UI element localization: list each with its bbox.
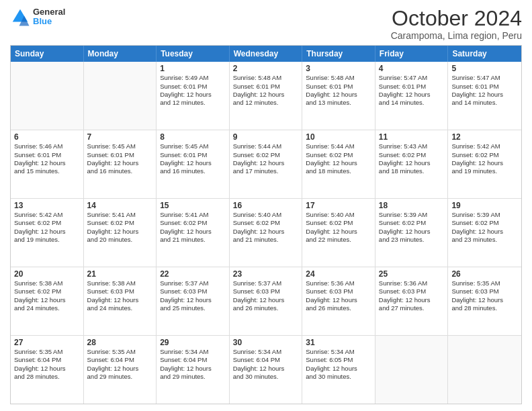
calendar-cell: 27Sunrise: 5:35 AM Sunset: 6:04 PM Dayli…	[11, 336, 84, 404]
calendar: SundayMondayTuesdayWednesdayThursdayFrid…	[10, 45, 522, 404]
calendar-cell: 16Sunrise: 5:40 AM Sunset: 6:02 PM Dayli…	[230, 199, 303, 267]
calendar-cell: 6Sunrise: 5:46 AM Sunset: 6:01 PM Daylig…	[11, 130, 84, 198]
calendar-cell: 5Sunrise: 5:47 AM Sunset: 6:01 PM Daylig…	[448, 62, 521, 130]
calendar-cell: 30Sunrise: 5:34 AM Sunset: 6:04 PM Dayli…	[230, 336, 303, 404]
title-block: October 2024 Carampoma, Lima region, Per…	[391, 7, 522, 41]
calendar-week-1: 1Sunrise: 5:49 AM Sunset: 6:01 PM Daylig…	[11, 62, 521, 130]
day-number: 3	[306, 64, 371, 73]
calendar-cell: 29Sunrise: 5:34 AM Sunset: 6:04 PM Dayli…	[157, 336, 230, 404]
day-number: 22	[160, 269, 226, 279]
header-day-sunday: Sunday	[11, 46, 84, 62]
cell-info: Sunrise: 5:36 AM Sunset: 6:03 PM Dayligh…	[306, 279, 371, 312]
day-number: 14	[87, 201, 153, 210]
calendar-cell: 21Sunrise: 5:38 AM Sunset: 6:03 PM Dayli…	[84, 267, 157, 335]
cell-info: Sunrise: 5:46 AM Sunset: 6:01 PM Dayligh…	[14, 142, 80, 175]
calendar-cell: 31Sunrise: 5:34 AM Sunset: 6:05 PM Dayli…	[302, 336, 375, 404]
calendar-body: 1Sunrise: 5:49 AM Sunset: 6:01 PM Daylig…	[11, 62, 521, 404]
calendar-cell: 2Sunrise: 5:48 AM Sunset: 6:01 PM Daylig…	[230, 62, 303, 130]
calendar-cell: 8Sunrise: 5:45 AM Sunset: 6:01 PM Daylig…	[157, 130, 230, 198]
day-number: 1	[160, 64, 226, 73]
calendar-week-3: 13Sunrise: 5:42 AM Sunset: 6:02 PM Dayli…	[11, 199, 521, 267]
day-number: 21	[87, 269, 153, 279]
header-day-wednesday: Wednesday	[230, 46, 303, 62]
calendar-cell	[11, 62, 84, 130]
cell-info: Sunrise: 5:38 AM Sunset: 6:02 PM Dayligh…	[14, 279, 80, 312]
day-number: 26	[451, 269, 518, 279]
calendar-cell: 18Sunrise: 5:39 AM Sunset: 6:02 PM Dayli…	[375, 199, 449, 267]
calendar-cell: 15Sunrise: 5:41 AM Sunset: 6:02 PM Dayli…	[157, 199, 230, 267]
calendar-cell: 22Sunrise: 5:37 AM Sunset: 6:03 PM Dayli…	[157, 267, 230, 335]
cell-info: Sunrise: 5:39 AM Sunset: 6:02 PM Dayligh…	[451, 211, 518, 244]
day-number: 16	[233, 201, 299, 210]
cell-info: Sunrise: 5:48 AM Sunset: 6:01 PM Dayligh…	[233, 74, 299, 107]
cell-info: Sunrise: 5:49 AM Sunset: 6:01 PM Dayligh…	[160, 74, 226, 107]
logo: General Blue	[10, 7, 65, 27]
day-number: 29	[160, 338, 226, 347]
day-number: 20	[14, 269, 80, 279]
day-number: 31	[306, 338, 371, 347]
day-number: 6	[14, 132, 80, 142]
cell-info: Sunrise: 5:35 AM Sunset: 6:03 PM Dayligh…	[451, 279, 518, 312]
calendar-cell: 7Sunrise: 5:45 AM Sunset: 6:01 PM Daylig…	[84, 130, 157, 198]
cell-info: Sunrise: 5:40 AM Sunset: 6:02 PM Dayligh…	[233, 211, 299, 244]
header-day-thursday: Thursday	[302, 46, 375, 62]
day-number: 10	[306, 132, 371, 142]
calendar-cell: 26Sunrise: 5:35 AM Sunset: 6:03 PM Dayli…	[448, 267, 521, 335]
day-number: 17	[306, 201, 371, 210]
day-number: 24	[306, 269, 371, 279]
day-number: 4	[379, 64, 445, 73]
location-subtitle: Carampoma, Lima region, Peru	[391, 30, 522, 41]
cell-info: Sunrise: 5:47 AM Sunset: 6:01 PM Dayligh…	[379, 74, 445, 107]
calendar-cell	[375, 336, 449, 404]
cell-info: Sunrise: 5:37 AM Sunset: 6:03 PM Dayligh…	[160, 279, 226, 312]
day-number: 11	[379, 132, 445, 142]
calendar-cell: 17Sunrise: 5:40 AM Sunset: 6:02 PM Dayli…	[302, 199, 375, 267]
day-number: 2	[233, 64, 299, 73]
cell-info: Sunrise: 5:44 AM Sunset: 6:02 PM Dayligh…	[233, 142, 299, 175]
calendar-cell: 3Sunrise: 5:48 AM Sunset: 6:01 PM Daylig…	[302, 62, 375, 130]
logo-icon	[10, 7, 30, 27]
header-day-friday: Friday	[375, 46, 449, 62]
calendar-cell	[448, 336, 521, 404]
day-number: 30	[233, 338, 299, 347]
cell-info: Sunrise: 5:34 AM Sunset: 6:04 PM Dayligh…	[160, 348, 226, 381]
cell-info: Sunrise: 5:39 AM Sunset: 6:02 PM Dayligh…	[379, 211, 445, 244]
page: General Blue October 2024 Carampoma, Lim…	[0, 0, 532, 411]
header: General Blue October 2024 Carampoma, Lim…	[10, 7, 522, 41]
calendar-cell: 9Sunrise: 5:44 AM Sunset: 6:02 PM Daylig…	[230, 130, 303, 198]
day-number: 13	[14, 201, 80, 210]
calendar-cell: 19Sunrise: 5:39 AM Sunset: 6:02 PM Dayli…	[448, 199, 521, 267]
header-day-tuesday: Tuesday	[157, 46, 230, 62]
calendar-cell: 25Sunrise: 5:36 AM Sunset: 6:03 PM Dayli…	[375, 267, 449, 335]
calendar-week-5: 27Sunrise: 5:35 AM Sunset: 6:04 PM Dayli…	[11, 336, 521, 404]
calendar-cell: 12Sunrise: 5:42 AM Sunset: 6:02 PM Dayli…	[448, 130, 521, 198]
cell-info: Sunrise: 5:36 AM Sunset: 6:03 PM Dayligh…	[379, 279, 445, 312]
calendar-cell: 24Sunrise: 5:36 AM Sunset: 6:03 PM Dayli…	[302, 267, 375, 335]
cell-info: Sunrise: 5:48 AM Sunset: 6:01 PM Dayligh…	[306, 74, 371, 107]
cell-info: Sunrise: 5:34 AM Sunset: 6:05 PM Dayligh…	[306, 348, 371, 381]
day-number: 8	[160, 132, 226, 142]
calendar-cell	[84, 62, 157, 130]
cell-info: Sunrise: 5:38 AM Sunset: 6:03 PM Dayligh…	[87, 279, 153, 312]
month-title: October 2024	[391, 7, 522, 30]
cell-info: Sunrise: 5:34 AM Sunset: 6:04 PM Dayligh…	[233, 348, 299, 381]
calendar-cell: 1Sunrise: 5:49 AM Sunset: 6:01 PM Daylig…	[157, 62, 230, 130]
cell-info: Sunrise: 5:43 AM Sunset: 6:02 PM Dayligh…	[379, 142, 445, 175]
cell-info: Sunrise: 5:35 AM Sunset: 6:04 PM Dayligh…	[87, 348, 153, 381]
header-day-saturday: Saturday	[448, 46, 521, 62]
cell-info: Sunrise: 5:45 AM Sunset: 6:01 PM Dayligh…	[160, 142, 226, 175]
day-number: 28	[87, 338, 153, 347]
cell-info: Sunrise: 5:44 AM Sunset: 6:02 PM Dayligh…	[306, 142, 371, 175]
day-number: 25	[379, 269, 445, 279]
cell-info: Sunrise: 5:47 AM Sunset: 6:01 PM Dayligh…	[451, 74, 518, 107]
day-number: 7	[87, 132, 153, 142]
day-number: 23	[233, 269, 299, 279]
cell-info: Sunrise: 5:41 AM Sunset: 6:02 PM Dayligh…	[87, 211, 153, 244]
cell-info: Sunrise: 5:45 AM Sunset: 6:01 PM Dayligh…	[87, 142, 153, 175]
calendar-week-4: 20Sunrise: 5:38 AM Sunset: 6:02 PM Dayli…	[11, 267, 521, 336]
calendar-cell: 20Sunrise: 5:38 AM Sunset: 6:02 PM Dayli…	[11, 267, 84, 335]
calendar-header: SundayMondayTuesdayWednesdayThursdayFrid…	[11, 46, 521, 62]
logo-text: General Blue	[33, 7, 65, 27]
calendar-cell: 23Sunrise: 5:37 AM Sunset: 6:03 PM Dayli…	[230, 267, 303, 335]
cell-info: Sunrise: 5:40 AM Sunset: 6:02 PM Dayligh…	[306, 211, 371, 244]
